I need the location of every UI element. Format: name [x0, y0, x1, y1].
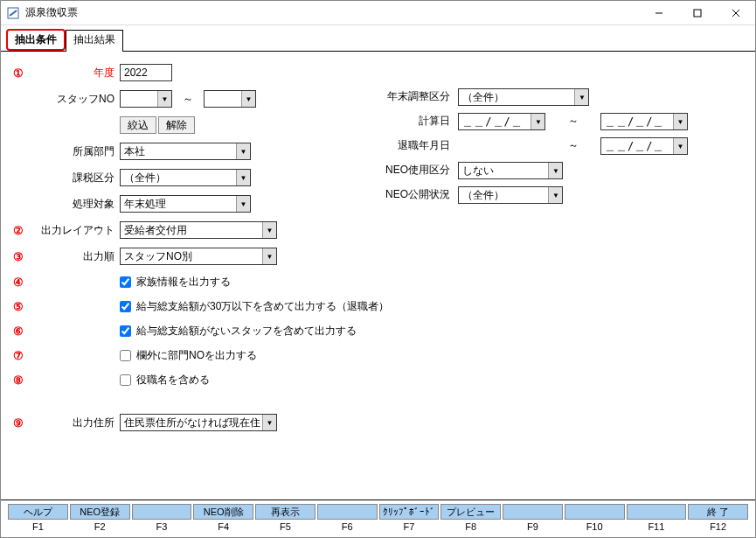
chevron-down-icon: ▼	[262, 415, 276, 430]
neo-pub-label: NEO公開状況	[377, 187, 455, 202]
fn-button-f10[interactable]	[565, 504, 625, 520]
minimize-button[interactable]	[640, 1, 678, 25]
marker-2: ②	[13, 224, 32, 237]
process-target-dropdown[interactable]: 年末処理 ▼	[120, 195, 251, 213]
adjust-class-label: 年末調整区分	[377, 89, 455, 104]
fn-button-f6[interactable]	[317, 504, 378, 520]
chevron-down-icon: ▼	[157, 91, 171, 107]
fn-button-f12[interactable]: 終 了	[688, 504, 748, 520]
titlebar: 源泉徴収票	[1, 1, 755, 25]
fn-button-f8[interactable]: プレビュー	[440, 504, 501, 520]
tab-bar: 抽出条件 抽出結果	[1, 25, 755, 52]
fn-label-f4: F4	[193, 521, 253, 532]
fn-label-f8: F8	[440, 521, 501, 532]
dept-label: 所属部門	[32, 144, 120, 159]
fn-label-f5: F5	[255, 521, 316, 532]
checkbox-group: ④家族情報を出力する⑤給与総支給額が30万以下を含めて出力する（退職者）⑥給与総…	[13, 272, 743, 389]
dept-dropdown[interactable]: 本社 ▼	[120, 143, 251, 160]
checkbox-4[interactable]	[120, 374, 131, 386]
chevron-down-icon: ▼	[548, 163, 562, 178]
layout-label: 出力レイアウト	[32, 223, 120, 238]
staff-no-label: スタッフNO	[32, 92, 120, 107]
fn-label-f11: F11	[627, 521, 687, 532]
chevron-down-icon: ▼	[236, 196, 250, 212]
layout-dropdown[interactable]: 受給者交付用 ▼	[120, 221, 277, 239]
neo-pub-dropdown[interactable]: （全件） ▼	[458, 186, 563, 204]
window-controls	[640, 1, 755, 25]
year-input[interactable]	[120, 64, 172, 81]
checkbox-row-2: ⑥給与総支給額がないスタッフを含めて出力する	[13, 321, 743, 340]
marker-8: ⑧	[13, 374, 32, 387]
checkbox-1[interactable]	[120, 301, 131, 312]
checkbox-row-4: ⑧役職名を含める	[13, 370, 743, 389]
chevron-down-icon: ▼	[262, 222, 276, 238]
fn-button-f4[interactable]: NEO削除	[193, 504, 253, 520]
app-icon	[6, 6, 20, 20]
fn-label-f3: F3	[132, 521, 192, 532]
fn-label-f6: F6	[317, 521, 378, 532]
marker-5: ⑤	[13, 300, 32, 313]
maximize-button[interactable]	[678, 1, 717, 25]
svg-rect-2	[694, 10, 701, 17]
tax-class-dropdown[interactable]: （全件） ▼	[120, 169, 251, 186]
chevron-down-icon: ▼	[236, 170, 250, 185]
fn-label-f12: F12	[688, 521, 748, 532]
marker-4: ④	[13, 276, 32, 289]
neo-use-dropdown[interactable]: しない ▼	[458, 162, 563, 179]
chevron-down-icon: ▼	[262, 248, 276, 264]
neo-use-label: NEO使用区分	[377, 163, 455, 178]
checkbox-row-1: ⑤給与総支給額が30万以下を含めて出力する（退職者）	[13, 297, 743, 316]
fn-button-f11[interactable]	[627, 504, 687, 520]
range-tilde: ～	[183, 92, 193, 107]
app-window: 源泉徴収票 抽出条件 抽出結果 ① 年度 スタッフNO	[0, 0, 756, 538]
leave-date-to-dropdown[interactable]: ＿＿/＿/＿ ▼	[600, 137, 688, 155]
calc-date-from-dropdown[interactable]: ＿＿/＿/＿ ▼	[458, 113, 545, 130]
checkbox-label-4: 役職名を含める	[136, 373, 210, 388]
fn-button-f3[interactable]	[132, 504, 192, 520]
tax-class-label: 課税区分	[32, 171, 120, 185]
marker-9: ⑨	[13, 416, 32, 430]
function-key-bar: ヘルプNEO登録NEO削除再表示ｸﾘｯﾌﾟﾎﾞｰﾄﾞプレビュー終 了 F1F2F…	[1, 500, 755, 537]
order-label: 出力順	[32, 249, 120, 264]
checkbox-label-1: 給与総支給額が30万以下を含めて出力する（退職者）	[136, 299, 389, 314]
year-label: 年度	[32, 66, 120, 80]
clear-button[interactable]: 解除	[158, 116, 195, 134]
fn-button-f7[interactable]: ｸﾘｯﾌﾟﾎﾞｰﾄﾞ	[379, 504, 440, 520]
calc-date-to-dropdown[interactable]: ＿＿/＿/＿ ▼	[600, 113, 688, 130]
checkbox-label-2: 給与総支給額がないスタッフを含めて出力する	[136, 324, 357, 339]
leave-date-label: 退職年月日	[377, 138, 455, 153]
chevron-down-icon: ▼	[236, 143, 250, 159]
fn-button-f1[interactable]: ヘルプ	[8, 504, 68, 520]
chevron-down-icon: ▼	[673, 114, 687, 129]
staff-no-from-dropdown[interactable]: ▼	[120, 90, 172, 108]
order-dropdown[interactable]: スタッフNO別 ▼	[120, 248, 277, 265]
close-button[interactable]	[717, 1, 755, 25]
checkbox-3[interactable]	[120, 350, 131, 361]
staff-no-to-dropdown[interactable]: ▼	[204, 90, 256, 108]
adjust-class-dropdown[interactable]: （全件） ▼	[458, 88, 589, 106]
chevron-down-icon: ▼	[241, 91, 255, 107]
chevron-down-icon: ▼	[673, 138, 687, 154]
marker-1: ①	[13, 66, 32, 80]
checkbox-label-3: 欄外に部門NOを出力する	[136, 348, 257, 363]
checkbox-0[interactable]	[120, 276, 131, 288]
checkbox-label-0: 家族情報を出力する	[136, 275, 231, 290]
tab-extract-results[interactable]: 抽出結果	[66, 30, 123, 52]
process-target-label: 処理対象	[32, 197, 120, 212]
address-label: 出力住所	[32, 416, 120, 430]
fn-button-f9[interactable]	[503, 504, 563, 520]
marker-3: ③	[13, 250, 32, 263]
filter-button[interactable]: 絞込	[120, 116, 156, 134]
fn-label-f7: F7	[379, 521, 440, 532]
calc-date-label: 計算日	[377, 114, 455, 129]
fn-button-f5[interactable]: 再表示	[255, 504, 316, 520]
address-dropdown[interactable]: 住民票住所がなければ現在住 ▼	[120, 414, 277, 431]
fn-label-f9: F9	[503, 521, 563, 532]
fn-label-f2: F2	[70, 521, 130, 532]
marker-6: ⑥	[13, 325, 32, 338]
chevron-down-icon: ▼	[574, 89, 588, 105]
tab-extract-conditions[interactable]: 抽出条件	[6, 29, 66, 51]
fn-button-f2[interactable]: NEO登録	[70, 504, 130, 520]
checkbox-2[interactable]	[120, 325, 131, 337]
marker-7: ⑦	[13, 349, 32, 362]
